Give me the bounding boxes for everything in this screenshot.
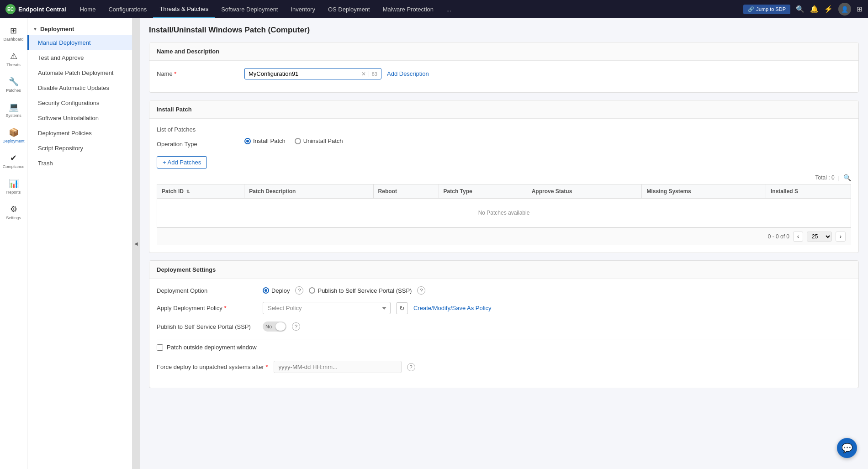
sidebar-group-deployment[interactable]: ▼ Deployment [27,22,132,35]
policy-select[interactable]: Select Policy [263,302,391,314]
sidebar-collapse-button[interactable]: ◀ [132,18,140,469]
ssp-radio[interactable] [309,287,315,294]
col-patch-type: Patch Type [439,184,527,199]
patches-table-header-row: Patch ID ⇅ Patch Description Reboot Patc… [157,184,851,199]
notifications-icon[interactable]: 🔔 [810,5,819,13]
nav-home[interactable]: Home [74,0,102,18]
sidebar-item-trash[interactable]: Trash [27,156,132,171]
app-logo[interactable]: EC Endpoint Central [5,4,66,14]
name-input[interactable] [249,70,359,77]
apps-icon[interactable]: ⊞ [857,5,863,13]
sidebar-item-automate-patch[interactable]: Automate Patch Deployment [27,65,132,80]
sidebar-icon-threats[interactable]: ⚠ Threats [1,47,26,71]
sidebar-icon-reports[interactable]: 📊 Reports [1,175,26,199]
sidebar-icon-patches[interactable]: 🔧 Patches [1,73,26,97]
force-deploy-date-input[interactable] [274,361,402,373]
nav-threats-patches[interactable]: Threats & Patches [153,0,215,18]
uninstall-patch-radio[interactable] [295,138,301,144]
nav-software-deployment[interactable]: Software Deployment [215,0,284,18]
deployment-option-label: Deployment Option [157,287,257,294]
sidebar-item-security-configs[interactable]: Security Configurations [27,95,132,111]
nav-inventory[interactable]: Inventory [284,0,321,18]
pagination-row: 0 - 0 of 0 ‹ 25 10 50 100 › [157,227,851,245]
sidebar-item-script-repository[interactable]: Script Repository [27,141,132,156]
patch-outside-checkbox[interactable] [157,344,163,351]
page-range: 0 - 0 of 0 [768,233,789,240]
page-size-select[interactable]: 25 10 50 100 [807,232,832,242]
compliance-icon: ✔ [10,153,17,163]
search-icon[interactable]: 🔍 [796,5,804,13]
publish-ssp-label: Publish to Self Service Portal (SSP) [157,323,257,330]
name-form-row: Name * ✕ 83 Add Description [157,68,851,79]
nav-malware-protection[interactable]: Malware Protection [376,0,440,18]
prev-page-button[interactable]: ‹ [793,232,803,242]
sidebar-item-manual-deployment[interactable]: Manual Deployment [27,35,132,50]
logo-icon: EC [5,4,16,14]
sidebar-menu: ▼ Deployment Manual Deployment Test and … [27,18,132,469]
col-missing-systems: Missing Systems [642,184,766,199]
ssp-toggle-help-icon[interactable]: ? [292,322,300,331]
settings-icon: ⚙ [10,204,17,214]
systems-icon: 💻 [9,102,19,112]
sidebar-item-disable-auto-updates[interactable]: Disable Automatic Updates [27,80,132,95]
install-patch-radio[interactable] [244,138,251,144]
force-deploy-required: * [265,364,268,370]
divider-icon: | [838,174,840,181]
sort-icon-patch-id[interactable]: ⇅ [186,190,190,194]
force-deploy-help-icon[interactable]: ? [407,363,415,371]
operation-type-radio-group: Install Patch Uninstall Patch [244,137,343,144]
install-patch-body: List of Patches Operation Type Install P… [149,119,858,253]
refresh-policy-button[interactable]: ↻ [396,302,408,314]
sidebar-item-test-and-approve[interactable]: Test and Approve [27,50,132,65]
empty-message: No Patches available [157,199,851,227]
sidebar-icon-settings[interactable]: ⚙ Settings [1,200,26,224]
col-installed-s: Installed S [766,184,851,199]
patch-outside-row: Patch outside deployment window [157,339,851,355]
reports-icon: 📊 [9,179,19,189]
clear-icon[interactable]: ✕ [361,71,366,77]
nav-more[interactable]: ... [440,0,458,18]
total-count: Total : 0 [815,174,835,181]
ssp-toggle[interactable]: No [263,321,286,332]
required-indicator: * [174,70,176,77]
user-avatar[interactable]: 👤 [838,3,851,16]
deployment-settings-body: Deployment Option Deploy ? Publish to Se… [149,279,858,388]
sidebar-icon-dashboard[interactable]: ⊞ Dashboard [1,22,26,46]
operation-type-label: Operation Type [157,141,239,148]
sidebar-icon-deployment[interactable]: 📦 Deployment [1,124,26,148]
sidebar-item-deployment-policies[interactable]: Deployment Policies [27,126,132,141]
chevron-down-icon: ▼ [33,26,37,32]
char-count: 83 [369,71,377,77]
uninstall-patch-option[interactable]: Uninstall Patch [295,137,343,144]
deployment-settings-header: Deployment Settings [149,261,858,279]
deploy-radio[interactable] [263,287,269,294]
sidebar-icon-systems[interactable]: 💻 Systems [1,98,26,122]
chat-fab-button[interactable]: 💬 [837,438,857,458]
jump-to-sdp-button[interactable]: 🔗 Jump to SDP [743,5,790,14]
install-patch-option[interactable]: Install Patch [244,137,286,144]
patches-icon: 🔧 [9,77,19,87]
ssp-help-icon[interactable]: ? [417,286,425,295]
nav-os-deployment[interactable]: OS Deployment [322,0,376,18]
deploy-help-icon[interactable]: ? [295,286,303,295]
sidebar-icon-compliance[interactable]: ✔ Compliance [1,149,26,173]
apply-policy-row: Apply Deployment Policy * Select Policy … [157,302,851,314]
nav-items: Home Configurations Threats & Patches So… [74,0,743,18]
create-policy-link[interactable]: Create/Modify/Save As Policy [413,305,492,311]
name-label: Name * [157,70,239,77]
col-patch-desc: Patch Description [244,184,373,199]
lightning-icon[interactable]: ⚡ [824,5,833,13]
policy-required-indicator: * [224,305,226,311]
toggle-no-label: No [264,324,274,329]
sidebar-item-software-uninstall[interactable]: Software Uninstallation [27,111,132,126]
table-toolbar: Total : 0 | 🔍 [157,174,851,181]
nav-configurations[interactable]: Configurations [102,0,153,18]
add-patches-button[interactable]: + Add Patches [157,156,207,169]
deploy-radio-option[interactable]: Deploy [263,287,290,294]
toggle-knob [275,322,286,331]
app-name: Endpoint Central [18,6,66,13]
table-search-icon[interactable]: 🔍 [843,174,851,181]
add-description-link[interactable]: Add Description [387,70,429,77]
next-page-button[interactable]: › [836,232,846,242]
ssp-radio-option[interactable]: Publish to Self Service Portal (SSP) [309,287,412,294]
